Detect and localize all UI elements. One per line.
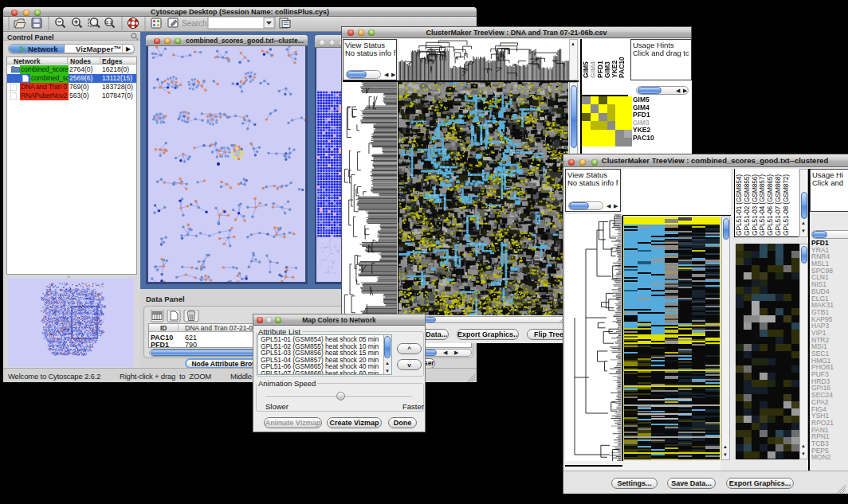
svg-text:Search:: Search:	[182, 19, 209, 28]
svg-text:1:1: 1:1	[106, 20, 112, 25]
